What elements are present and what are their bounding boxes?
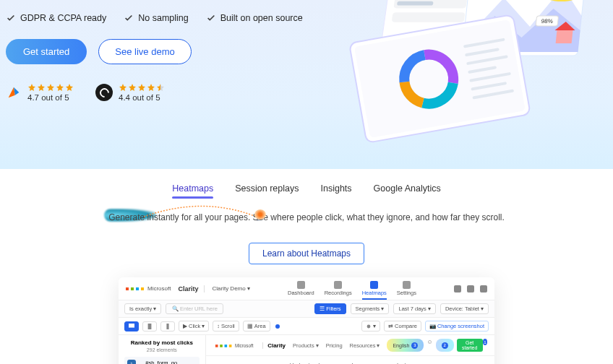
tab-heatmaps[interactable]: Heatmaps	[172, 183, 213, 198]
capterra-logo-icon	[6, 84, 22, 100]
preview-nav: Dashboard Recordings Heatmaps Settings	[288, 281, 416, 296]
g2-logo-icon	[95, 84, 113, 101]
svg-rect-34	[129, 324, 134, 328]
project-dropdown[interactable]: Clarity Demo ▾	[212, 285, 249, 292]
star-icon	[147, 83, 155, 92]
preview-main: Microsoft Clarity Products ▾ Pricing Res…	[206, 335, 494, 364]
pc-view-button[interactable]	[124, 321, 139, 332]
tab-insights[interactable]: Insights	[321, 183, 352, 198]
compare-button[interactable]: ⇄ Compare	[384, 321, 421, 332]
rating-score: 4.4 out of 5	[119, 93, 165, 102]
hide-toggle[interactable]: ▾	[361, 321, 380, 332]
header-actions	[454, 285, 487, 292]
settings-icon	[403, 281, 411, 289]
tab-google-analytics[interactable]: Google Analytics	[374, 183, 441, 198]
clarity-brand: Clarity	[178, 285, 205, 292]
preview-body: Ranked by most clicks 292 elements 1 #sb…	[119, 335, 494, 364]
element-selector: #sb_form_go	[140, 360, 183, 364]
sidebar-count: 292 elements	[124, 347, 200, 352]
nav-products[interactable]: Products ▾	[293, 342, 319, 349]
nav-dashboard[interactable]: Dashboard	[288, 281, 314, 296]
tab-description-text: Generate instantly for all your pages. S…	[108, 212, 505, 222]
star-half-icon	[156, 83, 165, 92]
area-mode-button[interactable]: ▦ Area	[243, 321, 270, 332]
heat-indicators: English3 ☺ 2 Get started 1	[387, 339, 487, 352]
tablet-icon	[147, 324, 153, 329]
feature-text: No sampling	[138, 13, 188, 23]
eye-icon	[366, 324, 372, 329]
tabs-section: Heatmaps Session replays Insights Google…	[0, 169, 613, 364]
check-icon	[206, 13, 216, 23]
elements-sidebar: Ranked by most clicks 292 elements 1 #sb…	[119, 335, 206, 364]
rating-score: 4.7 out of 5	[27, 93, 74, 102]
clarity-brand-inner: Clarity	[262, 342, 286, 349]
star-icon	[46, 83, 55, 92]
nav-pricing[interactable]: Pricing	[326, 342, 343, 349]
learn-heatmaps-button[interactable]: Learn about Heatmaps	[249, 243, 364, 264]
feature-text: Built on open source	[220, 13, 303, 23]
heat-chip: 2	[436, 339, 454, 352]
preview-panel: Microsoft Clarity Clarity Demo ▾ Dashboa…	[119, 277, 494, 364]
user-icon[interactable]	[480, 285, 487, 292]
svg-rect-36	[166, 324, 168, 329]
svg-rect-7	[392, 12, 466, 22]
device-filter[interactable]: Device: Tablet ▾	[440, 303, 489, 314]
nav-heatmaps[interactable]: Heatmaps	[362, 281, 387, 296]
live-demo-button[interactable]: See live demo	[98, 39, 191, 64]
feature-item: Built on open source	[206, 13, 303, 23]
hero-badge: 98%	[541, 18, 553, 25]
change-screenshot-button[interactable]: 📷 Change screenshot	[425, 321, 489, 332]
segments-dropdown[interactable]: Segments ▾	[351, 303, 390, 314]
scroll-mode-button[interactable]: ↕ Scroll	[213, 321, 239, 332]
svg-rect-6	[397, 1, 434, 6]
date-range-dropdown[interactable]: Last 7 days ▾	[393, 303, 435, 314]
heat-chip: English3	[387, 339, 424, 352]
sidebar-title: Ranked by most clicks	[124, 339, 200, 346]
svg-rect-22	[556, 30, 573, 43]
cursor-heat-icon	[254, 209, 266, 220]
mobile-view-button[interactable]	[160, 321, 175, 332]
preview-main-hero: Understand your users. Improve your prod…	[206, 356, 494, 364]
star-icon	[137, 83, 146, 92]
feature-item: GDPR & CCPA ready	[6, 13, 106, 23]
recordings-icon	[334, 281, 342, 289]
star-icon	[65, 83, 74, 92]
check-icon	[124, 13, 134, 23]
nav-settings[interactable]: Settings	[397, 281, 416, 296]
stars	[27, 83, 74, 92]
nav-resources[interactable]: Resources ▾	[350, 342, 380, 349]
desktop-icon	[129, 324, 134, 329]
get-started-button[interactable]: Get started	[6, 39, 87, 64]
url-input[interactable]: 🔍 Enter URL here	[166, 303, 223, 314]
site-nav: Products ▾ Pricing Resources ▾	[293, 342, 380, 349]
star-icon	[56, 83, 64, 92]
heatmaps-icon	[370, 281, 378, 289]
tablet-view-button[interactable]	[142, 321, 157, 332]
feature-item: No sampling	[124, 13, 188, 23]
nav-recordings[interactable]: Recordings	[325, 281, 352, 296]
match-mode-dropdown[interactable]: Is exactly ▾	[124, 303, 161, 314]
star-icon	[128, 83, 137, 92]
filters-button[interactable]: ☰ Filters	[314, 303, 346, 314]
ranked-element-item[interactable]: 1 #sb_form_go 6692 clicks (33.22%)	[124, 357, 200, 364]
tabs: Heatmaps Session replays Insights Google…	[0, 183, 613, 198]
hero-illustration: 98%	[324, 0, 613, 159]
preview-main-header: Microsoft Clarity Products ▾ Pricing Res…	[206, 335, 494, 356]
active-dot-icon	[275, 324, 280, 329]
help-icon[interactable]	[467, 285, 474, 292]
svg-point-37	[367, 324, 371, 328]
rank-badge: 1	[127, 360, 136, 364]
click-mode-button[interactable]: ▶ Click ▾	[179, 321, 209, 332]
rating-g2: 4.4 out of 5	[95, 83, 165, 102]
dashboard-icon	[297, 281, 305, 289]
tab-session-replays[interactable]: Session replays	[235, 183, 299, 198]
rating-capterra: 4.7 out of 5	[6, 83, 74, 102]
star-icon	[27, 83, 36, 92]
heatmap-toolbar: ▶ Click ▾ ↕ Scroll ▦ Area ▾ ⇄ Compare 📷 …	[119, 318, 494, 335]
microsoft-label: Microsoft	[147, 285, 171, 292]
stars	[119, 83, 165, 92]
hero-section: GDPR & CCPA ready No sampling Built on o…	[0, 0, 613, 169]
mini-cta[interactable]: Get started	[457, 339, 483, 352]
mobile-icon	[165, 324, 171, 329]
upload-icon[interactable]	[454, 285, 461, 292]
